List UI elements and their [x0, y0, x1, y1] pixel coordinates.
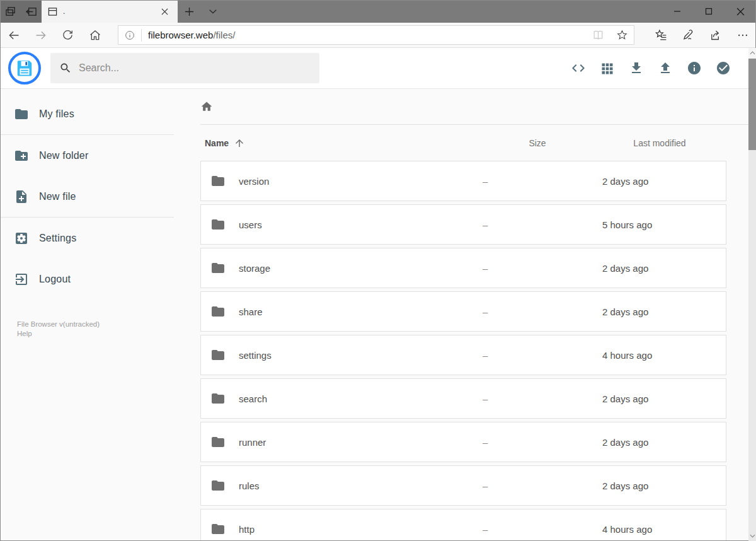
file-row[interactable]: users – 5 hours ago	[200, 204, 726, 245]
file-modified: 4 hours ago	[602, 524, 727, 535]
file-listing-pane: Name Size Last modified version – 2 days…	[174, 89, 756, 541]
file-size: –	[483, 524, 602, 535]
download-icon	[629, 61, 644, 76]
code-view-button[interactable]	[571, 61, 586, 76]
tab-favicon-icon	[48, 7, 57, 16]
url-path: /files/	[213, 30, 235, 40]
sidebar-footer: File Browser v(untracked) Help	[17, 320, 174, 339]
search-input[interactable]	[79, 62, 311, 74]
reading-view-button[interactable]	[586, 26, 610, 45]
column-label: Size	[529, 138, 546, 148]
favorite-star-button[interactable]	[610, 26, 634, 45]
sidebar-item-my-files[interactable]: My files	[0, 93, 174, 134]
file-size: –	[483, 437, 602, 448]
file-row[interactable]: rules – 2 days ago	[200, 465, 726, 506]
select-multiple-button[interactable]	[716, 61, 731, 76]
sidebar-item-label: New file	[39, 191, 76, 202]
folder-icon	[210, 391, 226, 406]
search-box[interactable]	[50, 53, 319, 83]
file-row[interactable]: http – 4 hours ago	[200, 509, 726, 541]
folder-icon	[210, 304, 226, 319]
breadcrumb	[200, 89, 726, 124]
sidebar-item-logout[interactable]: Logout	[0, 259, 174, 300]
folder-icon	[210, 217, 226, 232]
file-row[interactable]: storage – 2 days ago	[200, 248, 726, 288]
folder-icon	[210, 478, 226, 493]
share-button[interactable]	[702, 23, 729, 48]
set-tabs-aside-button[interactable]	[25, 6, 37, 18]
tabs-set-aside-preview-button[interactable]	[5, 6, 17, 18]
upload-icon	[658, 61, 673, 76]
file-modified: 4 hours ago	[602, 350, 727, 361]
new-file-icon	[14, 189, 29, 204]
scrollbar-track[interactable]	[748, 58, 756, 531]
header-toolbar	[571, 61, 756, 76]
scrollbar-thumb[interactable]	[748, 59, 756, 150]
search-icon	[59, 62, 72, 74]
web-note-pen-button[interactable]	[675, 23, 702, 48]
file-name: version	[239, 176, 483, 187]
file-row[interactable]: version – 2 days ago	[200, 161, 726, 201]
info-button[interactable]	[687, 61, 702, 76]
app-header	[0, 48, 756, 89]
file-name: search	[239, 393, 483, 404]
tab-close-button[interactable]	[158, 4, 171, 18]
home-button[interactable]	[81, 23, 108, 48]
sidebar-item-label: Logout	[39, 274, 71, 285]
tab-title: .	[63, 7, 158, 16]
tab-preview-icon	[5, 6, 17, 18]
browser-tab[interactable]: .	[42, 0, 178, 23]
sidebar: My files New folder New file Settings Lo…	[0, 89, 174, 541]
breadcrumb-home-button[interactable]	[200, 100, 213, 113]
file-name: users	[239, 219, 483, 230]
file-name: storage	[239, 263, 483, 274]
url-field[interactable]: filebrowser.web/files/	[118, 25, 634, 45]
file-row[interactable]: search – 2 days ago	[200, 378, 726, 419]
file-modified: 2 days ago	[602, 306, 727, 317]
file-size: –	[483, 306, 602, 317]
browser-actions	[648, 23, 756, 48]
more-options-button[interactable]	[729, 23, 756, 48]
file-modified: 2 days ago	[602, 393, 727, 404]
sidebar-item-settings[interactable]: Settings	[0, 218, 174, 259]
refresh-button[interactable]	[54, 23, 81, 48]
window-maximize-button[interactable]	[693, 0, 724, 23]
file-size: –	[483, 219, 602, 230]
file-row[interactable]: runner – 2 days ago	[200, 422, 726, 462]
file-name: settings	[239, 350, 483, 361]
file-modified: 2 days ago	[602, 480, 727, 491]
back-button[interactable]	[0, 23, 27, 48]
scrollbar-down-button[interactable]	[748, 531, 756, 541]
window-minimize-button[interactable]	[662, 0, 693, 23]
file-size: –	[483, 263, 602, 274]
page-scrollbar[interactable]	[748, 48, 756, 541]
file-modified: 2 days ago	[602, 437, 727, 448]
sidebar-item-label: Settings	[39, 233, 76, 244]
tabstrip-spacer	[224, 0, 662, 23]
download-button[interactable]	[629, 61, 644, 76]
scrollbar-up-button[interactable]	[748, 48, 756, 58]
column-header-modified[interactable]: Last modified	[597, 138, 722, 148]
forward-button[interactable]	[27, 23, 54, 48]
tab-dropdown-button[interactable]	[201, 0, 224, 23]
window-close-button[interactable]	[724, 0, 756, 23]
help-link[interactable]: Help	[17, 329, 32, 339]
new-tab-button[interactable]	[178, 0, 201, 23]
folder-icon	[210, 434, 226, 450]
sidebar-item-new-file[interactable]: New file	[0, 176, 174, 217]
column-header-name[interactable]: Name	[205, 137, 478, 149]
code-view-icon	[571, 61, 586, 76]
grid-view-button[interactable]	[600, 61, 615, 76]
file-name: runner	[239, 437, 483, 448]
column-label: Last modified	[633, 138, 685, 148]
upload-button[interactable]	[658, 61, 673, 76]
file-size: –	[483, 176, 602, 187]
file-row[interactable]: settings – 4 hours ago	[200, 335, 726, 375]
site-info-icon[interactable]	[118, 26, 141, 45]
file-row[interactable]: share – 2 days ago	[200, 291, 726, 332]
column-header-size[interactable]: Size	[478, 138, 597, 148]
sidebar-item-new-folder[interactable]: New folder	[0, 135, 174, 176]
hub-favorites-button[interactable]	[648, 23, 675, 48]
folder-icon	[210, 521, 226, 537]
folder-icon	[210, 347, 226, 363]
